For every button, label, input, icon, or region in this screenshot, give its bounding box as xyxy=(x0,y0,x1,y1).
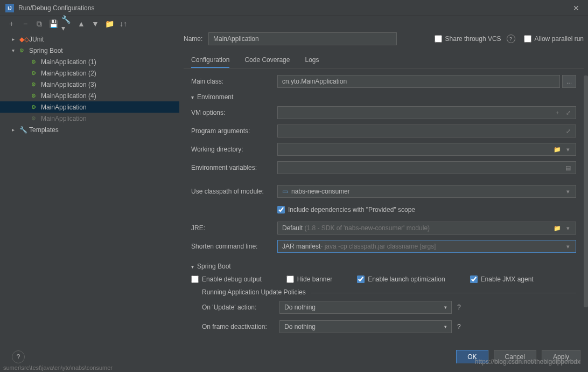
environment-section[interactable]: ▾Environment xyxy=(191,93,576,101)
main-class-label: Main class: xyxy=(191,78,277,85)
tree-label: MainApplication (4) xyxy=(41,92,96,100)
tree-junit[interactable]: ▸ ◆◇ JUnit xyxy=(0,33,179,45)
allow-parallel-checkbox[interactable]: Allow parallel run xyxy=(524,35,584,43)
scrollbar[interactable] xyxy=(584,75,588,345)
shorten-label: Shorten command line: xyxy=(191,243,277,250)
add-button[interactable]: + xyxy=(5,18,17,30)
tab-logs[interactable]: Logs xyxy=(305,53,319,68)
save-button[interactable]: 💾 xyxy=(47,18,59,30)
enable-debug-checkbox[interactable]: Enable debug output xyxy=(191,275,262,283)
add-icon[interactable]: + xyxy=(551,107,563,119)
spring-icon: ⚙ xyxy=(31,93,41,99)
name-label: Name: xyxy=(184,35,208,43)
tab-code-coverage[interactable]: Code Coverage xyxy=(244,53,290,68)
tree-label: Spring Boot xyxy=(29,47,63,54)
chevron-down-icon[interactable]: ▾ xyxy=(562,143,574,155)
tab-configuration[interactable]: Configuration xyxy=(191,53,229,68)
titlebar: IJ Run/Debug Configurations ✕ xyxy=(0,0,588,16)
chevron-down-icon: ▾ xyxy=(191,94,194,100)
spring-icon: ⚙ xyxy=(31,104,41,110)
help-icon[interactable]: ? xyxy=(457,304,461,311)
shorten-select[interactable]: JAR manifest - java -cp classpath.jar cl… xyxy=(277,240,576,253)
spring-section[interactable]: ▾Spring Boot xyxy=(191,263,576,270)
spring-icon: ⚙ xyxy=(31,59,41,65)
help-icon[interactable]: ? xyxy=(457,323,461,330)
tree-label: JUnit xyxy=(29,36,44,43)
working-dir-input[interactable] xyxy=(277,143,576,156)
name-input[interactable] xyxy=(208,32,397,45)
on-update-label: On 'Update' action: xyxy=(202,304,279,311)
help-button[interactable]: ? xyxy=(12,350,25,363)
chevron-right-icon: ▸ xyxy=(12,127,19,133)
tree-config-item[interactable]: ⚙MainApplication (4) xyxy=(0,90,179,101)
remove-button[interactable]: − xyxy=(19,18,31,30)
chevron-down-icon[interactable]: ▾ xyxy=(562,222,574,234)
classpath-select[interactable]: ▭nabs-new-consumer xyxy=(277,185,576,198)
close-icon[interactable]: ✕ xyxy=(570,4,583,12)
expand-icon[interactable]: ⤢ xyxy=(562,107,574,119)
spring-icon: ⚙ xyxy=(31,70,41,76)
vm-options-input[interactable] xyxy=(277,106,576,119)
tree-config-item[interactable]: ⚙MainApplication (3) xyxy=(0,79,179,90)
list-icon[interactable]: ▤ xyxy=(562,162,574,174)
sidebar: ▸ ◆◇ JUnit ▾ ⚙ Spring Boot ⚙MainApplicat… xyxy=(0,31,179,339)
window-title: Run/Debug Configurations xyxy=(18,4,570,12)
tree-spring[interactable]: ▾ ⚙ Spring Boot xyxy=(0,45,179,56)
env-vars-input[interactable] xyxy=(277,161,576,174)
watermark: https://blog.csdn.net/thebigdipperbdx xyxy=(475,358,580,366)
spring-icon: ⚙ xyxy=(31,81,41,87)
env-vars-label: Environment variables: xyxy=(191,164,277,171)
expand-icon[interactable]: ⤢ xyxy=(562,125,574,137)
jre-label: JRE: xyxy=(191,224,277,232)
classpath-label: Use classpath of module: xyxy=(191,188,277,195)
up-button[interactable]: ▲ xyxy=(75,18,87,30)
tree-label: MainApplication (2) xyxy=(41,70,96,77)
enable-launch-checkbox[interactable]: Enable launch optimization xyxy=(357,275,445,283)
tree-config-item[interactable]: ⚙MainApplication (2) xyxy=(0,67,179,79)
on-frame-label: On frame deactivation: xyxy=(202,323,279,330)
wrench-button[interactable]: 🔧▾ xyxy=(61,18,73,30)
share-vcs-checkbox[interactable]: Share through VCS? xyxy=(435,35,515,43)
tree-config-item[interactable]: ⚙MainApplication xyxy=(0,113,179,124)
junit-icon: ◆◇ xyxy=(19,36,29,43)
working-dir-label: Working directory: xyxy=(191,146,277,153)
copy-button[interactable]: ⧉ xyxy=(33,18,45,30)
jre-select[interactable]: Default (1.8 - SDK of 'nabs-new-consumer… xyxy=(277,222,576,235)
enable-jmx-checkbox[interactable]: Enable JMX agent xyxy=(470,275,534,283)
tree-label: MainApplication (3) xyxy=(41,81,96,88)
down-button[interactable]: ▼ xyxy=(89,18,101,30)
on-frame-select[interactable]: Do nothing▾ xyxy=(279,320,452,333)
tabs: Configuration Code Coverage Logs xyxy=(184,53,584,68)
chevron-down-icon: ▾ xyxy=(444,305,447,310)
wrench-icon: 🔧 xyxy=(19,126,29,134)
browse-button[interactable]: … xyxy=(562,75,576,88)
chevron-down-icon: ▾ xyxy=(12,47,19,53)
spring-icon: ⚙ xyxy=(31,115,41,121)
program-args-input[interactable] xyxy=(277,125,576,137)
chevron-down-icon[interactable]: ▾ xyxy=(562,185,574,197)
include-deps-checkbox[interactable]: Include dependencies with "Provided" sco… xyxy=(277,206,415,213)
chevron-down-icon: ▾ xyxy=(191,264,194,270)
chevron-down-icon[interactable]: ▾ xyxy=(562,240,574,252)
tree-config-item[interactable]: ⚙MainApplication (1) xyxy=(0,56,179,67)
folder-icon[interactable]: 📁 xyxy=(551,143,563,155)
tree-label: MainApplication xyxy=(41,104,87,111)
vm-options-label: VM options: xyxy=(191,109,277,116)
main-class-input[interactable] xyxy=(277,75,560,88)
folder-button[interactable]: 📁 xyxy=(103,18,115,30)
tree-templates[interactable]: ▸ 🔧 Templates xyxy=(0,124,179,135)
help-icon[interactable]: ? xyxy=(507,35,515,43)
sort-button[interactable]: ↓↑ xyxy=(117,18,129,30)
toolbar: + − ⧉ 💾 🔧▾ ▲ ▼ 📁 ↓↑ xyxy=(0,16,588,31)
tree-config-item-selected[interactable]: ⚙MainApplication xyxy=(0,101,179,113)
policies-label: Running Application Update Policies xyxy=(202,288,306,296)
program-args-label: Program arguments: xyxy=(191,127,277,135)
chevron-down-icon: ▾ xyxy=(444,324,447,329)
tree-label: Templates xyxy=(29,126,59,134)
tree-label: MainApplication xyxy=(41,115,87,122)
spring-icon: ⚙ xyxy=(19,47,29,53)
on-update-select[interactable]: Do nothing▾ xyxy=(279,301,452,314)
hide-banner-checkbox[interactable]: Hide banner xyxy=(286,275,332,283)
tree-label: MainApplication (1) xyxy=(41,58,96,66)
folder-icon[interactable]: 📁 xyxy=(551,222,563,234)
